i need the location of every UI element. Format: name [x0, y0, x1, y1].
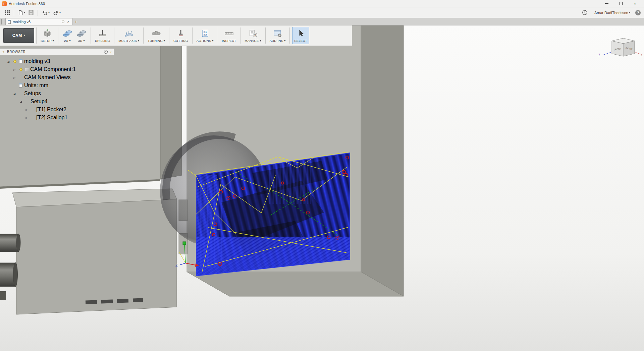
fusion-logo-icon: F [2, 1, 7, 6]
chevron-down-icon: ▾ [59, 11, 61, 14]
ribbon-separator [192, 27, 193, 44]
chevron-down-icon: ▾ [84, 40, 85, 42]
browser-item-setups[interactable]: ◢ Setups [0, 89, 121, 98]
browser-item-label[interactable]: [T2] Scallop1 [36, 115, 67, 121]
ribbon-item-label: DRILLING [95, 39, 110, 43]
caret-collapsed-icon[interactable]: ▷ [25, 116, 30, 119]
browser-item-label[interactable]: Units: mm [24, 82, 48, 88]
drilling-icon [98, 28, 108, 39]
app-title: Autodesk Fusion 360 [9, 2, 45, 6]
chevron-down-icon: ▾ [24, 11, 25, 14]
ribbon-item-turning[interactable]: TURNING▾ [146, 27, 167, 44]
caret-expanded-icon[interactable]: ◢ [13, 92, 18, 95]
clock-icon [582, 10, 588, 15]
app-grid-button[interactable] [3, 9, 11, 16]
ribbon-item-label: ACTIONS [197, 39, 211, 43]
new-tab-button[interactable]: + [72, 18, 79, 25]
ribbon-item-label: SELECT [294, 39, 307, 43]
workspace-label: CAM [12, 33, 22, 38]
ribbon-item-select[interactable]: SELECT [292, 27, 309, 44]
chevron-down-icon: ▾ [260, 40, 261, 42]
chevron-down-icon: ▾ [629, 11, 630, 14]
panel-expand-icon[interactable]: › [110, 50, 112, 54]
view-cube-x-label: X [640, 53, 643, 57]
caret-collapsed-icon[interactable]: ▷ [13, 76, 18, 79]
fusion360-window: Z FRONT RIGHT Z X F Autodesk Fusion 360 … [0, 0, 644, 362]
panel-options-icon[interactable] [104, 50, 108, 54]
browser-item-label[interactable]: molding v3 [24, 58, 50, 64]
ribbon-separator [91, 27, 91, 44]
visibility-bulb-icon[interactable] [13, 60, 16, 63]
ribbon-item-label: 3D [78, 39, 83, 43]
ribbon-separator [169, 27, 169, 44]
document-tab-bar: molding v3 × + [0, 18, 644, 25]
save-icon [29, 10, 34, 15]
ribbon-separator [36, 27, 37, 44]
browser-item-label[interactable]: CAM Component:1 [30, 66, 76, 72]
document-icon [19, 59, 22, 63]
ribbon-item-actions[interactable]: G1G2 ACTIONS▾ [195, 27, 215, 44]
caret-expanded-icon[interactable]: ◢ [20, 100, 24, 103]
workspace-switcher[interactable]: CAM ▾ [3, 28, 34, 43]
chevron-down-icon: ▾ [164, 40, 165, 42]
tab-status-icon [62, 20, 64, 23]
minimize-icon [605, 3, 608, 4]
tab-close-button[interactable]: × [66, 19, 70, 24]
browser-item-document[interactable]: ◢ molding v3 [0, 57, 121, 65]
chevron-down-icon: ▾ [138, 40, 139, 42]
ribbon-separator [265, 27, 266, 44]
caret-collapsed-icon[interactable]: ▷ [25, 108, 30, 111]
browser-item-t1-pocket2[interactable]: ▷ [T1] Pocket2 [0, 106, 121, 114]
caret-expanded-icon[interactable]: ◢ [7, 60, 12, 63]
minimize-button[interactable] [600, 0, 614, 7]
svg-text:G1: G1 [204, 31, 207, 34]
browser-item-setup4[interactable]: ◢ Setup4 [0, 98, 121, 106]
browser-item-units[interactable]: Units: mm [0, 81, 121, 89]
ribbon-separator [58, 27, 58, 44]
ribbon-item-setup[interactable]: SETUP▾ [39, 27, 56, 44]
undo-button[interactable]: ▾ [40, 9, 51, 16]
chevron-down-icon: ▾ [284, 40, 285, 42]
cad-model-lower-block[interactable] [0, 189, 177, 314]
chevron-down-icon: ▾ [48, 11, 50, 14]
ribbon-item-manage[interactable]: % MANAGE▾ [243, 27, 263, 44]
ribbon-item-2d[interactable]: 2D▾ [61, 27, 74, 44]
browser-item-t2-scallop1[interactable]: ▷ [T2] Scallop1 [0, 114, 121, 122]
turning-icon [151, 28, 161, 39]
ribbon-item-multi-axis[interactable]: MULTI-AXIS▾ [117, 27, 141, 44]
toolbar-separator [14, 10, 14, 16]
ribbon-item-add-ins[interactable]: ADD-INS▾ [268, 27, 287, 44]
close-button[interactable]: × [628, 0, 642, 7]
redo-button[interactable]: ▾ [51, 9, 62, 16]
browser-item-cam-component[interactable]: ▷ CAM Component:1 [0, 65, 121, 73]
tab-bar-grip[interactable] [1, 19, 4, 24]
browser-item-label[interactable]: Setups [24, 90, 41, 97]
save-button[interactable] [27, 9, 35, 16]
document-tab[interactable]: molding v3 × [5, 18, 72, 25]
file-icon [18, 10, 23, 15]
visibility-bulb-icon[interactable] [19, 68, 22, 71]
ribbon-item-cutting[interactable]: CUTTING [172, 27, 190, 44]
browser-item-named-views[interactable]: ▷ CAM Named Views [0, 73, 121, 81]
browser-panel-title: BROWSER [7, 50, 25, 54]
origin-z-label: Z [175, 263, 178, 267]
file-menu-button[interactable]: ▾ [16, 9, 27, 16]
ribbon-item-drilling[interactable]: DRILLING [93, 27, 112, 44]
browser-panel-header[interactable]: « BROWSER › [0, 48, 114, 55]
cutting-icon [176, 28, 186, 39]
help-button[interactable]: ? [635, 10, 641, 15]
document-tab-label: molding v3 [13, 20, 60, 24]
browser-item-label[interactable]: [T1] Pocket2 [36, 107, 66, 113]
user-account-button[interactable]: Arnar DadiThorisson ▾ [593, 10, 632, 16]
collapse-panel-icon[interactable]: « [2, 50, 4, 54]
browser-item-label[interactable]: CAM Named Views [24, 74, 70, 80]
maximize-button[interactable] [614, 0, 628, 7]
browser-item-label[interactable]: Setup4 [31, 99, 48, 105]
ribbon-item-label: SETUP [41, 39, 52, 43]
ribbon-item-label: MULTI-AXIS [118, 39, 137, 43]
ribbon-item-3d[interactable]: 3D▾ [75, 27, 88, 44]
caret-collapsed-icon[interactable]: ▷ [13, 68, 18, 71]
tool-library-icon: % [248, 28, 258, 39]
job-status-button[interactable] [580, 9, 589, 16]
ribbon-item-inspect[interactable]: INSPECT [220, 27, 238, 44]
